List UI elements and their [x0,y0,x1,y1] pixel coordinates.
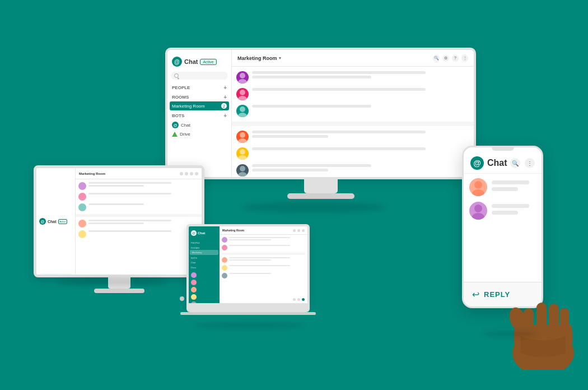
avatar-user-2 [236,88,249,100]
svg-rect-20 [560,308,569,336]
message-row [236,164,469,177]
chevron-down-icon[interactable]: ▾ [279,56,281,61]
app-title: Chat [184,58,198,65]
main-sidebar: Chat Active PEOPLE + ROOMS + Marketing R… [167,50,232,177]
avatar-user-6 [236,164,249,177]
laptop-send-icon[interactable] [302,298,305,301]
svg-point-15 [472,213,484,220]
laptop-avatar-msg-3 [222,257,227,263]
phone-message-lines-1 [492,178,536,191]
message-row [236,147,469,160]
laptop-emoji-icon[interactable] [297,298,300,301]
svg-point-1 [238,79,247,83]
message-row [236,105,469,117]
laptop-sidebar: @ Chat PEOPLE ROOMS Marketing BOTS Chat … [189,226,220,303]
left-help-icon[interactable] [190,172,193,175]
message-line [252,131,426,133]
left-message-lines [88,230,199,232]
laptop-search-icon[interactable] [293,229,296,232]
phone: @ Chat 🔍 ⋮ [462,146,554,336]
chat-section-divider [232,122,474,126]
main-desktop-monitor: Chat Active PEOPLE + ROOMS + Marketing R… [165,48,476,202]
left-search-bar[interactable] [39,273,73,277]
avatar-user-4 [236,131,249,143]
search-icon[interactable]: 🔍 [433,55,440,62]
add-bot-icon[interactable]: + [223,113,227,119]
svg-point-12 [474,181,482,189]
messages-bottom [232,126,474,177]
laptop-attach-icon[interactable] [293,298,296,301]
message-content [252,88,469,91]
laptop-avatar-msg-2 [222,245,227,250]
app-logo-icon [172,57,182,67]
svg-point-5 [238,113,247,117]
laptop-base-bar [186,305,310,312]
laptop-lines-4 [229,265,305,266]
bot-drive[interactable]: Drive [167,130,231,138]
laptop-apps-icon[interactable] [302,229,305,232]
add-room-icon[interactable]: + [223,94,227,100]
phone-header-icons: 🔍 ⋮ [510,158,535,168]
room-title: Marketing Room ▾ [237,55,281,61]
left-message-lines [88,220,199,224]
svg-point-7 [238,138,247,143]
laptop-msg-4 [222,265,305,271]
chat-header: Marketing Room ▾ 🔍 ⚙ ? ⋮ [232,50,474,67]
phone-message-row-2 [469,202,536,220]
message-line [252,88,426,91]
laptop-section-bots: BOTS [189,255,220,260]
svg-point-10 [240,166,245,171]
left-avatar-1 [78,182,86,190]
svg-point-3 [238,96,247,100]
laptop-avatar-msg-5 [222,273,227,278]
laptop-bot-chat[interactable]: Chat [189,260,220,265]
laptop-action-bar [293,298,305,301]
settings-icon[interactable]: ⚙ [442,55,449,62]
svg-point-9 [238,155,247,160]
svg-rect-19 [549,304,559,336]
search-bar[interactable] [171,72,228,80]
left-search-icon[interactable] [180,172,183,175]
message-row [236,88,469,100]
laptop-marketing-room[interactable]: Marketing [190,250,218,255]
help-icon[interactable]: ? [452,55,459,62]
phone-logo-area: @ Chat [470,156,507,170]
laptop-bot-drive[interactable]: Drive [189,265,220,270]
laptop-avatar-3 [191,287,197,292]
message-row [236,71,469,83]
phone-messages [464,174,542,224]
phone-more-icon[interactable]: ⋮ [525,158,535,168]
monitor-base [287,193,354,199]
phone-search-icon[interactable]: 🔍 [510,158,520,168]
apps-icon[interactable]: ⋮ [461,55,468,62]
svg-point-2 [240,90,245,95]
left-active-badge: Active [58,219,68,224]
sidebar-item-marketing-room[interactable]: Marketing Room 2 [170,101,229,110]
message-content [252,164,469,171]
avatar-user-1 [236,71,249,83]
laptop-settings-icon[interactable] [297,229,300,232]
chat-header-icons: 🔍 ⚙ ? ⋮ [433,55,468,62]
chat-bot-icon [172,122,179,128]
main-chat-content: Marketing Room ▾ 🔍 ⚙ ? ⋮ [232,50,474,177]
left-message-row [78,230,199,238]
add-people-icon[interactable]: + [223,85,227,91]
left-message-row [78,220,199,227]
left-avatar-5 [78,230,86,238]
left-message-lines [88,203,199,205]
laptop-chat-content: Marketing Room [220,226,307,303]
left-message-row [78,193,199,201]
left-settings-icon[interactable] [185,172,188,175]
left-monitor-base [94,289,144,293]
section-rooms: ROOMS + [167,92,231,101]
avatar-user-3 [236,105,249,117]
laptop-avatar-msg-4 [222,265,227,271]
laptop-avatar-msg-1 [222,237,227,243]
svg-point-0 [240,73,245,78]
phone-shadow [482,331,538,337]
section-bots: BOTS + [167,110,231,120]
reply-arrow-icon: ↩ [472,289,479,300]
bot-chat[interactable]: Chat [167,120,231,130]
app-header: Chat Active [167,54,231,69]
left-apps-icon[interactable] [195,172,198,175]
